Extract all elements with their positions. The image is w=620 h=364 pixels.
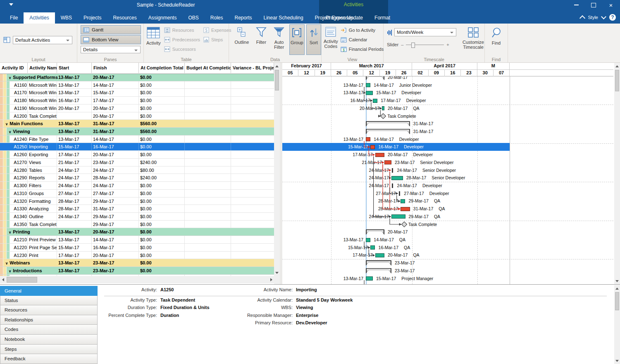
table-row[interactable]: A1340Outline24-Mar-1729-Mar-17$0.00 — [0, 213, 274, 221]
sort-toggle-button[interactable]: Sort — [306, 24, 321, 55]
week-header[interactable]: 12 — [364, 69, 380, 76]
menu-tab-format[interactable]: Format — [369, 12, 396, 24]
collapse-ribbon-icon[interactable] — [579, 15, 585, 21]
maximize-button[interactable] — [588, 1, 599, 9]
timescale-dropdown[interactable]: Month/Week — [394, 28, 456, 36]
week-header[interactable]: 02 — [412, 69, 428, 76]
week-header[interactable]: 07 — [494, 69, 510, 76]
table-row[interactable]: A1330Analyzing28-Mar-1731-Mar-17$0.00 — [0, 205, 274, 213]
close-button[interactable]: × — [605, 1, 617, 9]
table-row[interactable]: A1260Exporting17-Mar-1720-Mar-17$0.00 — [0, 151, 274, 159]
table-row[interactable]: ∨Printing13-Mar-1720-Mar-17$0.00 — [0, 228, 274, 236]
column-header-finish[interactable]: Finish — [92, 63, 139, 73]
scroll-down-icon[interactable] — [614, 278, 620, 284]
slider-thumb[interactable] — [411, 43, 415, 48]
table-row[interactable]: ∨Main Functions13-Mar-1731-Mar-17$560.00 — [0, 120, 274, 128]
quick-access-icon[interactable] — [9, 3, 13, 6]
steps-table-button[interactable]: Steps — [203, 35, 231, 44]
minimize-button[interactable] — [570, 1, 582, 9]
column-header-start[interactable]: Start — [57, 63, 92, 73]
table-row[interactable]: A1240Filte Type13-Mar-1714-Mar-17$0.00 — [0, 136, 274, 143]
details-tab-general[interactable]: General — [0, 286, 98, 296]
filter-button[interactable]: Filter — [254, 24, 269, 55]
menu-tab-assignments[interactable]: Assignments — [143, 12, 183, 24]
zoom-out-icon[interactable]: – — [401, 42, 403, 47]
layout-dropdown[interactable]: Default Activities — [13, 36, 72, 44]
scroll-down-icon[interactable] — [614, 358, 620, 364]
expenses-table-button[interactable]: $ Expenses — [203, 26, 231, 35]
column-header-activity-id[interactable]: Activity ID — [0, 63, 28, 73]
table-row[interactable]: A1320Formatting28-Mar-1729-Mar-17$0.00 — [0, 197, 274, 205]
zoom-in-icon[interactable]: + — [446, 42, 449, 47]
table-horizontal-scrollbar[interactable] — [0, 276, 274, 283]
table-row[interactable]: A1180Microsoft Windows16-Mar-1717-Mar-17… — [0, 97, 274, 105]
activity-codes-button[interactable]: Activity Codes — [324, 24, 338, 55]
auto-filter-button[interactable]: Auto Filter — [270, 24, 288, 55]
details-tab-steps[interactable]: Steps — [0, 345, 98, 354]
column-header-variance-bl-project-[interactable]: Variance - BL Project ... — [231, 63, 274, 73]
timescale-slider[interactable] — [406, 45, 444, 45]
menu-tab-projects[interactable]: Projects — [78, 12, 107, 24]
scroll-up-icon[interactable] — [274, 63, 280, 69]
table-row[interactable]: A1210Print Preview13-Mar-1714-Mar-17$0.0… — [0, 236, 274, 244]
table-row[interactable]: A1270Views21-Mar-1723-Mar-17$240.00 — [0, 159, 274, 167]
table-row[interactable]: A1170Microsoft Windows13-Mar-1715-Mar-17… — [0, 89, 274, 97]
menu-tab-reports[interactable]: Reports — [229, 12, 258, 24]
menu-tab-wbs[interactable]: WBS — [55, 12, 78, 24]
predecessors-table-button[interactable]: Predecessors — [164, 35, 200, 44]
table-row[interactable]: A1220Print Page Setup15-Mar-1716-Mar-17$… — [0, 244, 274, 252]
details-tab-resources[interactable]: Resources — [0, 305, 98, 315]
table-row[interactable]: ∨Supported Platforms13-Mar-1720-Mar-17$0… — [0, 74, 274, 81]
week-header[interactable]: 30 — [477, 69, 494, 76]
week-header[interactable]: 19 — [315, 69, 331, 76]
go-to-activity-button[interactable]: Go to Activity — [341, 26, 384, 35]
table-row[interactable]: A1190Microsoft Windows20-Mar-1720-Mar-17… — [0, 105, 274, 112]
table-row[interactable]: A1290Reports24-Mar-1728-Mar-17$240.00 — [0, 174, 274, 182]
style-dropdown-icon[interactable] — [601, 14, 606, 19]
gantt-toggle-button[interactable]: Gantt — [81, 25, 141, 34]
details-tab-status[interactable]: Status — [0, 296, 98, 306]
details-tab-codes[interactable]: Codes — [0, 325, 98, 335]
find-button[interactable]: Find — [488, 24, 505, 55]
menu-tab-roles[interactable]: Roles — [205, 12, 229, 24]
column-header-at-completion-total-[interactable]: At Completion Total ... — [139, 63, 185, 73]
financial-periods-button[interactable]: $ Financial Periods — [341, 45, 384, 54]
table-row[interactable]: A1230Print17-Mar-1720-Mar-17$0.00 — [0, 252, 274, 259]
details-tab-feedback[interactable]: Feedback — [0, 354, 98, 364]
column-header-activity-name[interactable]: Activity Name — [28, 63, 57, 73]
activity-table-button[interactable]: Activity — [146, 24, 161, 55]
outline-button[interactable]: Outline — [231, 24, 252, 55]
customize-timescale-button[interactable]: Customize Timescale — [462, 24, 484, 55]
table-row[interactable]: A1250Importing15-Mar-1716-Mar-17$0.00 — [0, 143, 274, 151]
group-toggle-button[interactable]: Group — [289, 24, 304, 55]
week-header[interactable]: 05 — [347, 69, 363, 76]
table-row[interactable]: A1350Task Complete29-Mar-17$0.00 — [0, 221, 274, 228]
week-header[interactable]: 26 — [396, 69, 412, 76]
menu-tab-file[interactable]: File — [4, 12, 24, 24]
month-header[interactable]: February 2017 — [282, 63, 331, 69]
week-header[interactable]: 09 — [429, 69, 445, 76]
successors-table-button[interactable]: Successors — [164, 45, 200, 54]
table-row[interactable]: A1300Filters24-Mar-1724-Mar-17$0.00 — [0, 182, 274, 190]
week-header[interactable]: 12 — [298, 69, 315, 76]
week-header[interactable]: 19 — [380, 69, 396, 76]
gantt-vertical-scrollbar[interactable] — [614, 63, 620, 284]
scroll-right-icon[interactable] — [268, 277, 274, 283]
timescale-header[interactable]: February 2017051219March 20172605121926A… — [282, 63, 613, 76]
week-header[interactable]: 16 — [445, 69, 461, 76]
column-header-budget-at-completion[interactable]: Budget At Completion — [185, 63, 231, 73]
table-row[interactable]: ∨Viewing13-Mar-1731-Mar-17$560.00 — [0, 128, 274, 136]
week-header[interactable]: 23 — [461, 69, 477, 76]
details-tab-notebook[interactable]: Notebook — [0, 335, 98, 345]
table-row[interactable]: ∨Webinars13-Mar-1723-Mar-17$0.00 — [0, 259, 274, 267]
details-vertical-scrollbar[interactable] — [614, 285, 620, 364]
menu-tab-activities[interactable]: Activities — [24, 12, 55, 24]
scroll-up-icon[interactable] — [614, 63, 620, 69]
table-row[interactable]: A1160Microsoft Windows13-Mar-1714-Mar-17… — [0, 81, 274, 89]
week-header[interactable]: 05 — [282, 69, 298, 76]
month-header[interactable]: March 2017 — [331, 63, 413, 69]
table-row[interactable]: A1200Task Complete20-Mar-17$0.00 — [0, 112, 274, 120]
scroll-up-icon[interactable] — [614, 285, 620, 291]
resources-table-button[interactable]: Resources — [164, 26, 200, 35]
table-vertical-scrollbar[interactable] — [274, 63, 280, 276]
